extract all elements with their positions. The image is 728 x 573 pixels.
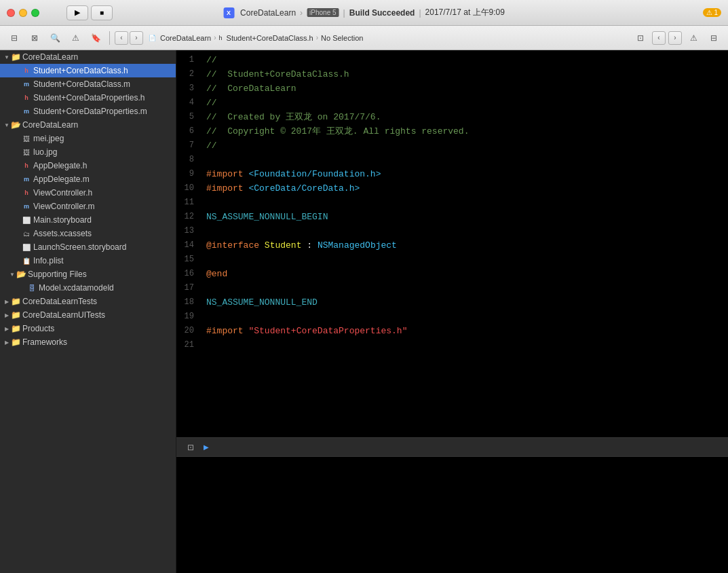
sidebar-item-props-m[interactable]: m Student+CoreDataProperties.m — [0, 105, 176, 118]
console-toggle[interactable]: ⊡ — [182, 440, 199, 455]
nav-forward-button[interactable]: › — [130, 31, 143, 45]
breadcrumb-selection[interactable]: No Selection — [321, 34, 363, 42]
sidebar-item-mei[interactable]: 🖼 mei.jpeg — [0, 132, 176, 145]
code-line-8: 8 — [176, 153, 728, 167]
minimize-button[interactable] — [19, 9, 27, 17]
nav-arrows[interactable]: ‹ › — [115, 31, 143, 45]
build-timestamp: 2017/7/17 at 上午9:09 — [425, 7, 505, 18]
file-icon: 📄 — [149, 35, 156, 41]
xcassets-icon: 🗂 — [22, 229, 31, 238]
stop-button[interactable]: ■ — [91, 5, 113, 20]
build-status: Build Succeeded — [349, 8, 415, 18]
device-label[interactable]: iPhone 5 — [307, 8, 339, 17]
label-props-m: Student+CoreDataProperties.m — [33, 107, 147, 116]
no-expand11 — [14, 216, 22, 224]
breadcrumb-project[interactable]: CoreDataLearn — [160, 34, 211, 42]
expand-supporting[interactable]: ▼ — [8, 270, 16, 278]
xcode-icon: X — [223, 7, 234, 18]
expand-frameworks[interactable]: ▶ — [3, 338, 11, 346]
expand-coredatalearn[interactable]: ▼ — [3, 121, 11, 129]
expand-tests[interactable]: ▶ — [3, 297, 11, 306]
sidebar-item-xcdatamodel[interactable]: 🗄 Model.xcdatamodeld — [0, 281, 176, 295]
breakpoint-button[interactable]: 🔖 — [87, 31, 104, 45]
expand-products[interactable]: ▶ — [3, 325, 11, 333]
label-main-storyboard: Main.storyboard — [33, 215, 92, 225]
nav-back-button[interactable]: ‹ — [115, 31, 128, 45]
folder-icon-cdl: 📂 — [11, 120, 20, 130]
xcdatamodel-icon: 🗄 — [27, 283, 37, 293]
h-icon-1: h — [22, 66, 31, 75]
sidebar-item-luo[interactable]: 🖼 luo.jpg — [0, 145, 176, 159]
m-icon-4: m — [22, 202, 31, 211]
run-button[interactable]: ▶ — [66, 5, 88, 20]
close-button[interactable] — [7, 9, 15, 17]
sidebar-item-main-storyboard[interactable]: ⬜ Main.storyboard — [0, 213, 176, 227]
no-expand13 — [14, 243, 22, 251]
sidebar-item-uitests[interactable]: ▶ 📁 CoreDataLearnUITests — [0, 308, 176, 322]
sidebar-item-root[interactable]: ▼ 📁 CoreDataLearn — [0, 50, 176, 64]
header-file-icon: h — [219, 35, 223, 41]
warning-badge[interactable]: ⚠ 1 — [703, 8, 721, 17]
toggle-inspectors[interactable]: ⊟ — [705, 31, 723, 45]
status-indicator: ▶ — [204, 443, 209, 451]
sidebar-item-tests[interactable]: ▶ 📁 CoreDataLearnTests — [0, 295, 176, 308]
no-expand15 — [19, 284, 27, 292]
storyboard-icon-1: ⬜ — [22, 215, 31, 225]
code-line-21: 21 — [176, 338, 728, 352]
code-editor[interactable]: 1 // 2 // Student+CoreDataClass.h 3 // C… — [176, 50, 728, 437]
editor-standard-button[interactable]: ⊡ — [632, 31, 649, 45]
sidebar-item-student-h[interactable]: h Student+CoreDataClass.h — [0, 64, 176, 77]
no-expand12 — [14, 229, 22, 238]
breadcrumb-file[interactable]: Student+CoreDataClass.h — [227, 34, 313, 42]
code-line-13: 13 — [176, 224, 728, 238]
sidebar-item-vc-m[interactable]: m ViewController.m — [0, 200, 176, 213]
sidebar-item-appdelegate-m[interactable]: m AppDelegate.m — [0, 172, 176, 186]
code-line-16: 16 @end — [176, 267, 728, 281]
title-right-icons: ⚠ 1 — [703, 8, 721, 17]
warning-button[interactable]: ⚠ — [66, 31, 84, 45]
file-navigator[interactable]: ▼ 📁 CoreDataLearn h Student+CoreDataClas… — [0, 50, 176, 573]
sidebar-item-coredatalearn[interactable]: ▼ 📂 CoreDataLearn — [0, 118, 176, 132]
m-icon-1: m — [22, 79, 31, 89]
expand-uitests[interactable]: ▶ — [3, 311, 11, 319]
sidebar-item-plist[interactable]: 📋 Info.plist — [0, 254, 176, 267]
label-vc-m: ViewController.m — [33, 202, 94, 211]
folder-icon-tests: 📁 — [11, 297, 20, 306]
code-line-2: 2 // Student+CoreDataClass.h — [176, 67, 728, 81]
code-line-15: 15 — [176, 253, 728, 267]
code-line-3: 3 // CoreDataLearn — [176, 81, 728, 96]
sidebar-item-frameworks[interactable]: ▶ 📁 Frameworks — [0, 335, 176, 349]
code-line-12: 12 NS_ASSUME_NONNULL_BEGIN — [176, 210, 728, 224]
nav-forward2[interactable]: › — [668, 31, 682, 45]
sidebar-item-supporting-files[interactable]: ▼ 📂 Supporting Files — [0, 267, 176, 281]
no-expand4 — [14, 107, 22, 115]
code-line-20: 20 #import "Student+CoreDataProperties.h… — [176, 324, 728, 338]
console-output[interactable] — [176, 457, 728, 573]
search-button[interactable]: 🔍 — [46, 31, 64, 45]
sidebar-item-products[interactable]: ▶ 📁 Products — [0, 322, 176, 335]
sidebar-item-assets[interactable]: 🗂 Assets.xcassets — [0, 227, 176, 240]
expand-root[interactable]: ▼ — [3, 53, 11, 61]
sidebar-item-vc-h[interactable]: h ViewController.h — [0, 186, 176, 200]
label-vc-h: ViewController.h — [33, 188, 92, 198]
sidebar-item-props-h[interactable]: h Student+CoreDataProperties.h — [0, 91, 176, 105]
label-student-h: Student+CoreDataClass.h — [33, 66, 128, 75]
label-launch-storyboard: LaunchScreen.storyboard — [33, 242, 126, 252]
project-title: CoreDataLearn — [240, 8, 296, 18]
label-products: Products — [22, 324, 54, 333]
toggle-debug-button[interactable]: ⊠ — [26, 31, 43, 45]
storyboard-icon-2: ⬜ — [22, 242, 31, 252]
sidebar-item-launch-storyboard[interactable]: ⬜ LaunchScreen.storyboard — [0, 240, 176, 254]
code-line-4: 4 // — [176, 96, 728, 110]
nav-back2[interactable]: ‹ — [652, 31, 666, 45]
sidebar-item-student-m[interactable]: m Student+CoreDataClass.m — [0, 77, 176, 91]
h-icon-3: h — [22, 161, 31, 170]
maximize-button[interactable] — [31, 9, 39, 17]
sidebar-item-appdelegate-h[interactable]: h AppDelegate.h — [0, 159, 176, 172]
toggle-nav-button[interactable]: ⊟ — [5, 31, 23, 45]
title-sep: | — [343, 8, 345, 18]
traffic-lights[interactable] — [0, 9, 39, 17]
folder-icon-supporting: 📂 — [16, 270, 26, 279]
warning-icon2[interactable]: ⚠ — [685, 31, 702, 45]
no-expand7 — [14, 162, 22, 170]
